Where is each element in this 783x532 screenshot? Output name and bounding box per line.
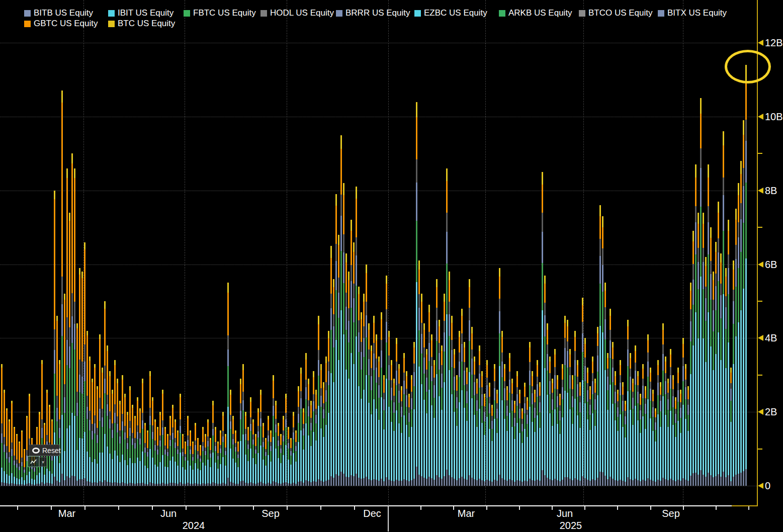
bar-segment-gbtc bbox=[49, 407, 50, 442]
reset-button[interactable]: Reset bbox=[29, 445, 60, 456]
bar-segment-btc bbox=[620, 360, 621, 365]
bar-segment-bitb bbox=[210, 454, 211, 458]
bar-segment-gray bbox=[708, 206, 709, 222]
bar-segment-gbtc bbox=[293, 416, 294, 427]
bar-segment-fbtc bbox=[34, 472, 35, 480]
bar-segment-gbtc bbox=[64, 300, 65, 384]
bar-segment-gbtc bbox=[491, 408, 493, 416]
y-axis-tick-label: 12B bbox=[765, 38, 783, 48]
bar-segment-gray bbox=[413, 364, 415, 372]
legend-item-btc[interactable]: BTC US Equity bbox=[108, 19, 175, 29]
bar-segment-btc bbox=[283, 416, 284, 419]
bar-segment-base bbox=[71, 476, 73, 486]
bar-segment-base bbox=[675, 481, 676, 486]
bar-segment-fbtc bbox=[391, 400, 392, 421]
bar-segment-gbtc bbox=[703, 224, 704, 248]
legend-item-arkb[interactable]: ARKB US Equity bbox=[499, 8, 572, 18]
volume-bar bbox=[622, 382, 624, 486]
bar-segment-gbtc bbox=[635, 351, 636, 362]
bar-segment-btc bbox=[662, 323, 664, 330]
legend-item-ezbc[interactable]: EZBC US Equity bbox=[414, 8, 487, 18]
volume-bar bbox=[353, 242, 355, 486]
stacked-bars-plot[interactable] bbox=[0, 0, 783, 486]
bar-segment-base bbox=[625, 482, 626, 486]
bar-segment-fbtc bbox=[353, 322, 355, 364]
y-axis-major-tick bbox=[758, 40, 763, 46]
legend-item-bitb[interactable]: BITB US Equity bbox=[24, 8, 93, 18]
bar-segment-ibit bbox=[680, 433, 681, 481]
bar-segment-fbtc bbox=[695, 254, 697, 312]
bar-segment-gray bbox=[71, 293, 73, 316]
volume-bar bbox=[235, 430, 236, 486]
bar-segment-gray bbox=[293, 427, 294, 432]
bar-segment-gray bbox=[403, 373, 405, 381]
bar-segment-btc bbox=[56, 316, 58, 321]
bar-segment-bitb bbox=[371, 376, 372, 390]
legend-item-bitx[interactable]: BITX US Equity bbox=[658, 8, 727, 18]
bar-segment-gray bbox=[723, 178, 724, 195]
volume-bar bbox=[459, 331, 460, 486]
bar-segment-btc bbox=[625, 401, 626, 404]
bar-segment-bitb bbox=[265, 452, 267, 456]
bar-segment-base bbox=[162, 483, 163, 486]
legend-item-ibit[interactable]: IBIT US Equity bbox=[108, 8, 173, 18]
bar-segment-gray bbox=[439, 343, 440, 353]
legend-item-btco[interactable]: BTCO US Equity bbox=[579, 8, 653, 18]
legend-item-gbtc[interactable]: GBTC US Equity bbox=[24, 19, 98, 29]
volume-bar bbox=[499, 268, 500, 486]
bar-segment-gray bbox=[554, 367, 556, 375]
bar-segment-bitb bbox=[516, 394, 518, 406]
bar-segment-gbtc bbox=[348, 280, 350, 308]
volume-bar bbox=[542, 172, 543, 486]
bar-segment-fbtc bbox=[162, 435, 163, 455]
bar-segment-gbtc bbox=[225, 436, 226, 448]
bar-segment-fbtc bbox=[687, 415, 689, 431]
volume-bar bbox=[54, 191, 55, 486]
bar-segment-ibit bbox=[122, 455, 123, 482]
bar-segment-fbtc bbox=[366, 337, 367, 375]
bar-segment-ibit bbox=[270, 462, 272, 484]
chart-type-dropdown-button[interactable]: ▾ bbox=[39, 457, 47, 467]
bar-segment-ibit bbox=[19, 479, 20, 485]
bar-segment-bitb bbox=[479, 374, 480, 388]
bar-segment-gbtc bbox=[456, 380, 458, 391]
bar-segment-bitb bbox=[1, 433, 3, 443]
bar-segment-base bbox=[270, 484, 272, 486]
bar-segment-base bbox=[351, 475, 352, 486]
bar-segment-gbtc bbox=[494, 369, 495, 381]
volume-bar bbox=[129, 386, 131, 486]
bar-segment-bitb bbox=[325, 390, 327, 402]
legend-item-fbtc[interactable]: FBTC US Equity bbox=[184, 8, 256, 18]
bar-segment-ibit bbox=[627, 391, 629, 478]
bar-segment-bitb bbox=[657, 383, 659, 395]
y-axis-minor-tick bbox=[758, 301, 762, 302]
bar-segment-base bbox=[117, 483, 118, 486]
legend-item-brrr[interactable]: BRRR US Equity bbox=[336, 8, 410, 18]
bar-segment-fbtc bbox=[617, 417, 619, 431]
volume-bar bbox=[486, 360, 488, 486]
bar-segment-gbtc bbox=[205, 436, 206, 448]
bar-segment-base bbox=[21, 484, 23, 486]
bar-segment-ibit bbox=[554, 409, 556, 479]
bar-segment-ibit bbox=[303, 450, 304, 483]
chart-type-button[interactable] bbox=[28, 456, 39, 467]
bar-segment-bitb bbox=[102, 417, 103, 427]
y-axis-tick-label: 0 bbox=[765, 481, 770, 491]
volume-bar bbox=[733, 260, 734, 486]
bar-segment-bitb bbox=[733, 301, 734, 324]
bar-segment-btc bbox=[441, 345, 443, 351]
legend-item-hodl[interactable]: HODL US Equity bbox=[260, 8, 334, 18]
bar-segment-btc bbox=[54, 191, 55, 200]
bar-segment-base bbox=[459, 478, 460, 486]
bar-segment-gbtc bbox=[428, 312, 430, 332]
volume-bar bbox=[685, 364, 686, 486]
volume-bar bbox=[195, 423, 196, 486]
bar-segment-ibit bbox=[496, 433, 498, 481]
bar-segment-btc bbox=[703, 213, 704, 224]
bar-segment-gray bbox=[743, 168, 744, 186]
x-axis-tick bbox=[152, 506, 153, 510]
volume-bar bbox=[527, 397, 528, 486]
bar-segment-ibit bbox=[167, 467, 168, 484]
bar-segment-fbtc bbox=[257, 437, 259, 453]
bar-segment-bitb bbox=[650, 389, 651, 400]
